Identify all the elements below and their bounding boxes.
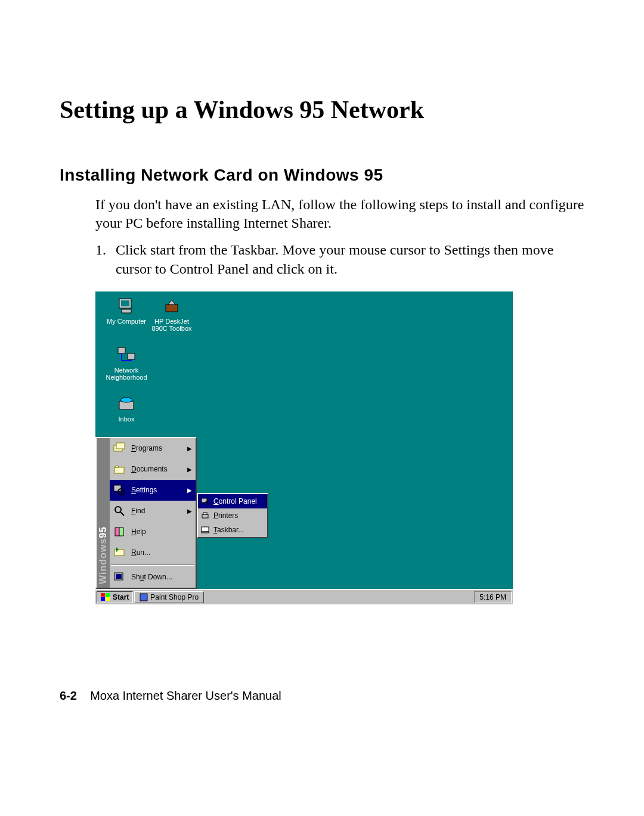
svg-point-16: [115, 507, 121, 513]
desktop-icon-network-neighborhood[interactable]: Network Neighborhood: [104, 345, 149, 381]
svg-rect-1: [121, 300, 129, 306]
svg-rect-2: [122, 309, 131, 313]
submenu-label: Printers: [213, 511, 238, 520]
win95-desktop-screenshot: My Computer HP DeskJet 890C Toolbox Netw…: [95, 291, 513, 604]
chevron-right-icon: ▶: [187, 466, 192, 473]
svg-line-17: [120, 512, 124, 516]
printers-icon: [200, 511, 210, 520]
menu-shutdown[interactable]: Shut Down...: [110, 567, 196, 588]
settings-icon: [112, 483, 126, 497]
taskbar-app-paint-shop-pro[interactable]: Paint Shop Pro: [134, 591, 204, 603]
icon-label: Inbox: [104, 415, 149, 423]
settings-submenu: Control Panel Printers Taskbar...: [197, 493, 268, 538]
svg-rect-18: [114, 550, 124, 556]
svg-rect-20: [116, 574, 122, 579]
control-panel-icon: [200, 497, 210, 506]
page-number: 6-2: [60, 689, 77, 702]
svg-point-10: [120, 398, 132, 402]
system-tray-clock: 5:16 PM: [474, 591, 512, 603]
intro-paragraph: If you don't have an existing LAN, follo…: [95, 196, 584, 232]
menu-label: Settings: [131, 486, 182, 494]
menu-label: Help: [131, 528, 192, 536]
svg-rect-25: [202, 532, 209, 533]
taskbar: Start Paint Shop Pro 5:16 PM: [95, 589, 513, 604]
desktop-icon-my-computer[interactable]: My Computer: [104, 296, 149, 325]
menu-run[interactable]: Run...: [110, 542, 196, 563]
start-menu-brand: Windows95: [97, 438, 110, 588]
submenu-label: Control Panel: [213, 497, 257, 505]
programs-icon: [112, 441, 126, 455]
taskbar-app-label: Paint Shop Pro: [150, 593, 199, 601]
find-icon: [112, 504, 126, 518]
submenu-label: Taskbar...: [213, 526, 244, 534]
svg-rect-5: [128, 353, 135, 359]
svg-rect-26: [101, 593, 105, 597]
app-icon: [140, 593, 148, 601]
taskbar-icon: [200, 525, 210, 535]
inbox-icon: [117, 394, 136, 413]
menu-programs[interactable]: Programs ▶: [110, 438, 196, 459]
menu-documents[interactable]: Documents ▶: [110, 459, 196, 480]
computer-icon: [117, 296, 136, 315]
page-footer: 6-2 Moxa Internet Sharer User's Manual: [60, 689, 281, 703]
menu-label: Documents: [131, 465, 182, 473]
svg-rect-22: [202, 514, 208, 518]
step-1: 1. Click start from the Taskbar. Move yo…: [95, 241, 584, 278]
desktop-icon-hp-deskjet[interactable]: HP DeskJet 890C Toolbox: [149, 296, 194, 332]
start-label: Start: [113, 593, 129, 601]
desktop-icon-inbox[interactable]: Inbox: [104, 394, 149, 423]
svg-rect-24: [202, 527, 209, 532]
menu-find[interactable]: Find ▶: [110, 501, 196, 522]
shutdown-icon: [112, 570, 126, 584]
network-icon: [117, 345, 136, 364]
menu-label: Shut Down...: [131, 573, 192, 581]
menu-label: Find: [131, 507, 182, 515]
svg-rect-28: [101, 597, 105, 601]
svg-rect-27: [106, 593, 110, 597]
svg-rect-23: [203, 513, 207, 514]
run-icon: [112, 545, 126, 560]
chevron-right-icon: ▶: [187, 487, 192, 494]
svg-rect-14: [114, 485, 121, 491]
svg-rect-3: [166, 305, 178, 312]
icon-label: My Computer: [104, 318, 149, 325]
toolbox-icon: [162, 296, 181, 315]
menu-separator: [111, 564, 194, 566]
step-number: 1.: [95, 241, 116, 278]
menu-settings[interactable]: Settings ▶: [110, 480, 196, 501]
start-button[interactable]: Start: [97, 591, 133, 603]
submenu-taskbar[interactable]: Taskbar...: [198, 523, 267, 537]
chevron-right-icon: ▶: [187, 508, 192, 514]
windows-logo-icon: [101, 593, 110, 601]
documents-icon: [112, 462, 126, 476]
icon-label: Network Neighborhood: [104, 367, 149, 381]
submenu-control-panel[interactable]: Control Panel: [198, 494, 267, 508]
start-menu: Windows95 Programs ▶ Documents ▶: [95, 437, 197, 589]
svg-rect-30: [140, 594, 147, 601]
clock-text: 5:16 PM: [479, 593, 506, 601]
step-text: Click start from the Taskbar. Move your …: [116, 241, 584, 278]
footer-title: Moxa Internet Sharer User's Manual: [90, 689, 281, 702]
submenu-printers[interactable]: Printers: [198, 508, 267, 523]
svg-rect-13: [114, 467, 124, 473]
icon-label: HP DeskJet 890C Toolbox: [149, 318, 194, 332]
menu-label: Programs: [131, 444, 182, 452]
menu-help[interactable]: Help: [110, 522, 196, 542]
svg-rect-4: [118, 348, 125, 353]
section-heading: Installing Network Card on Windows 95: [60, 166, 584, 185]
menu-label: Run...: [131, 548, 192, 557]
svg-rect-12: [116, 443, 125, 449]
chevron-right-icon: ▶: [187, 445, 192, 452]
help-icon: [112, 525, 126, 539]
page-title: Setting up a Windows 95 Network: [60, 95, 584, 124]
svg-rect-29: [106, 597, 110, 601]
